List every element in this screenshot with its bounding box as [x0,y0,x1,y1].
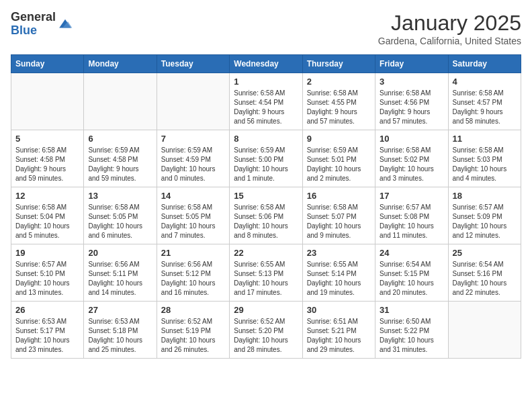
day-info: Sunrise: 6:57 AMSunset: 5:10 PMDaylight:… [15,260,79,298]
day-number: 23 [307,248,371,258]
calendar-cell: 16Sunrise: 6:58 AMSunset: 5:07 PMDayligh… [302,187,375,244]
day-info: Sunrise: 6:58 AMSunset: 4:56 PMDaylight:… [380,89,443,126]
calendar-week-5: 26Sunrise: 6:53 AMSunset: 5:17 PMDayligh… [11,302,521,359]
day-number: 20 [88,248,152,258]
day-info: Sunrise: 6:55 AMSunset: 5:13 PMDaylight:… [234,260,298,298]
calendar-cell: 1Sunrise: 6:58 AMSunset: 4:54 PMDaylight… [230,73,302,130]
day-info: Sunrise: 6:58 AMSunset: 4:54 PMDaylight:… [234,89,298,126]
title-block: January 2025 Gardena, California, United… [378,11,521,46]
weekday-header-wednesday: Wednesday [230,55,302,73]
day-number: 7 [161,134,225,144]
day-number: 24 [380,248,443,258]
calendar-cell: 13Sunrise: 6:58 AMSunset: 5:05 PMDayligh… [84,187,157,244]
day-info: Sunrise: 6:58 AMSunset: 5:05 PMDaylight:… [88,203,152,240]
day-number: 15 [234,191,298,201]
calendar-week-1: 1Sunrise: 6:58 AMSunset: 4:54 PMDaylight… [11,73,521,130]
day-info: Sunrise: 6:59 AMSunset: 5:00 PMDaylight:… [234,146,298,183]
calendar-cell: 30Sunrise: 6:51 AMSunset: 5:21 PMDayligh… [302,302,375,359]
day-number: 10 [380,134,443,144]
logo-blue-text: Blue [11,24,56,38]
calendar-cell [11,73,84,130]
calendar-cell: 22Sunrise: 6:55 AMSunset: 5:13 PMDayligh… [230,244,302,302]
calendar-week-3: 12Sunrise: 6:58 AMSunset: 5:04 PMDayligh… [11,187,521,244]
calendar-cell: 5Sunrise: 6:58 AMSunset: 4:58 PMDaylight… [11,130,84,187]
calendar-cell: 31Sunrise: 6:50 AMSunset: 5:22 PMDayligh… [375,302,448,359]
day-number: 5 [15,134,79,144]
calendar-cell: 15Sunrise: 6:58 AMSunset: 5:06 PMDayligh… [230,187,302,244]
day-number: 1 [234,77,298,87]
month-year-title: January 2025 [378,11,521,36]
day-info: Sunrise: 6:51 AMSunset: 5:21 PMDaylight:… [307,317,371,355]
calendar-cell: 2Sunrise: 6:58 AMSunset: 4:55 PMDaylight… [302,73,375,130]
day-info: Sunrise: 6:50 AMSunset: 5:22 PMDaylight:… [380,317,443,355]
logo-general-text: General [11,11,56,24]
calendar-cell: 23Sunrise: 6:55 AMSunset: 5:14 PMDayligh… [302,244,375,302]
calendar-cell: 25Sunrise: 6:54 AMSunset: 5:16 PMDayligh… [448,244,521,302]
calendar-week-2: 5Sunrise: 6:58 AMSunset: 4:58 PMDaylight… [11,130,521,187]
calendar-cell: 18Sunrise: 6:57 AMSunset: 5:09 PMDayligh… [448,187,521,244]
day-info: Sunrise: 6:58 AMSunset: 4:57 PMDaylight:… [453,89,517,126]
calendar-cell: 11Sunrise: 6:58 AMSunset: 5:03 PMDayligh… [448,130,521,187]
calendar-cell: 28Sunrise: 6:52 AMSunset: 5:19 PMDayligh… [157,302,229,359]
calendar-cell: 20Sunrise: 6:56 AMSunset: 5:11 PMDayligh… [84,244,157,302]
calendar-cell: 8Sunrise: 6:59 AMSunset: 5:00 PMDaylight… [230,130,302,187]
calendar-cell: 3Sunrise: 6:58 AMSunset: 4:56 PMDaylight… [375,73,448,130]
weekday-header-tuesday: Tuesday [157,55,229,73]
day-info: Sunrise: 6:55 AMSunset: 5:14 PMDaylight:… [307,260,371,298]
weekday-header-friday: Friday [375,55,448,73]
calendar-cell: 6Sunrise: 6:59 AMSunset: 4:58 PMDaylight… [84,130,157,187]
day-number: 9 [307,134,371,144]
calendar-body: 1Sunrise: 6:58 AMSunset: 4:54 PMDaylight… [11,73,521,359]
calendar-cell: 29Sunrise: 6:52 AMSunset: 5:20 PMDayligh… [230,302,302,359]
day-number: 25 [453,248,517,258]
calendar-cell: 4Sunrise: 6:58 AMSunset: 4:57 PMDaylight… [448,73,521,130]
calendar-cell: 19Sunrise: 6:57 AMSunset: 5:10 PMDayligh… [11,244,84,302]
calendar-cell: 17Sunrise: 6:57 AMSunset: 5:08 PMDayligh… [375,187,448,244]
day-number: 17 [380,191,443,201]
location-subtitle: Gardena, California, United States [378,36,521,46]
day-number: 27 [88,305,152,315]
weekday-header-sunday: Sunday [11,55,84,73]
day-info: Sunrise: 6:52 AMSunset: 5:20 PMDaylight:… [234,317,298,355]
calendar-cell: 21Sunrise: 6:56 AMSunset: 5:12 PMDayligh… [157,244,229,302]
calendar-cell [448,302,521,359]
calendar-cell: 14Sunrise: 6:58 AMSunset: 5:05 PMDayligh… [157,187,229,244]
day-info: Sunrise: 6:56 AMSunset: 5:12 PMDaylight:… [161,260,225,298]
day-number: 18 [453,191,517,201]
day-info: Sunrise: 6:58 AMSunset: 4:58 PMDaylight:… [15,146,79,183]
calendar-week-4: 19Sunrise: 6:57 AMSunset: 5:10 PMDayligh… [11,244,521,302]
day-info: Sunrise: 6:59 AMSunset: 4:58 PMDaylight:… [88,146,152,183]
day-info: Sunrise: 6:58 AMSunset: 4:55 PMDaylight:… [307,89,371,126]
calendar-table: SundayMondayTuesdayWednesdayThursdayFrid… [11,54,521,359]
day-number: 11 [453,134,517,144]
day-info: Sunrise: 6:54 AMSunset: 5:15 PMDaylight:… [380,260,443,298]
day-number: 3 [380,77,443,87]
calendar-cell: 12Sunrise: 6:58 AMSunset: 5:04 PMDayligh… [11,187,84,244]
calendar-cell [157,73,229,130]
day-info: Sunrise: 6:58 AMSunset: 5:03 PMDaylight:… [453,146,517,183]
calendar-cell: 27Sunrise: 6:53 AMSunset: 5:18 PMDayligh… [84,302,157,359]
calendar-cell: 9Sunrise: 6:59 AMSunset: 5:01 PMDaylight… [302,130,375,187]
day-number: 22 [234,248,298,258]
day-info: Sunrise: 6:54 AMSunset: 5:16 PMDaylight:… [453,260,517,298]
day-info: Sunrise: 6:58 AMSunset: 5:02 PMDaylight:… [380,146,443,183]
day-info: Sunrise: 6:53 AMSunset: 5:17 PMDaylight:… [15,317,79,355]
day-number: 13 [88,191,152,201]
page-header: General Blue January 2025 Gardena, Calif… [11,11,521,46]
day-number: 31 [380,305,443,315]
calendar-cell: 26Sunrise: 6:53 AMSunset: 5:17 PMDayligh… [11,302,84,359]
day-number: 14 [161,191,225,201]
weekday-header-thursday: Thursday [302,55,375,73]
calendar-cell: 24Sunrise: 6:54 AMSunset: 5:15 PMDayligh… [375,244,448,302]
day-number: 30 [307,305,371,315]
day-info: Sunrise: 6:56 AMSunset: 5:11 PMDaylight:… [88,260,152,298]
day-number: 2 [307,77,371,87]
calendar-cell [84,73,157,130]
day-number: 4 [453,77,517,87]
calendar-cell: 10Sunrise: 6:58 AMSunset: 5:02 PMDayligh… [375,130,448,187]
day-info: Sunrise: 6:52 AMSunset: 5:19 PMDaylight:… [161,317,225,355]
day-number: 8 [234,134,298,144]
day-number: 21 [161,248,225,258]
day-number: 28 [161,305,225,315]
day-info: Sunrise: 6:57 AMSunset: 5:08 PMDaylight:… [380,203,443,240]
